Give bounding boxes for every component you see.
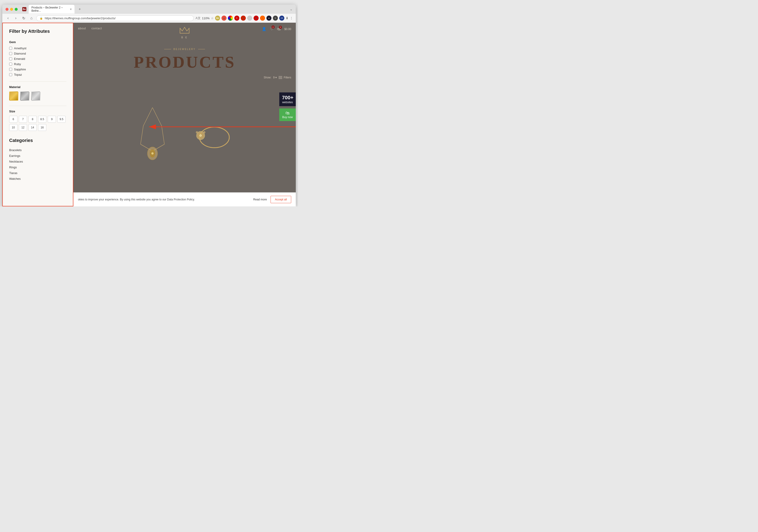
extension-btn-10[interactable]: ≡ bbox=[273, 16, 278, 20]
size-14[interactable]: 14 bbox=[28, 124, 37, 131]
logo-text: B E bbox=[179, 36, 190, 39]
amethyst-label: Amethyst bbox=[14, 47, 26, 50]
tab-title: Products – BeJeweler 2 – Bethe... bbox=[31, 6, 69, 12]
size-7[interactable]: 7 bbox=[19, 116, 27, 123]
extension-btn-5[interactable]: ● bbox=[241, 16, 246, 20]
filter-btn[interactable]: Filters bbox=[279, 76, 291, 79]
products-toolbar: Show: 9 ▾ Filters bbox=[73, 74, 296, 81]
sapphire-label: Sapphire bbox=[14, 68, 26, 71]
extension-btn-9[interactable]: ● bbox=[266, 16, 271, 20]
read-more-link[interactable]: Read more bbox=[253, 198, 267, 201]
hero-title: PRODUCTS bbox=[73, 53, 296, 72]
nav-contact[interactable]: contact bbox=[91, 27, 102, 30]
extension-btn-11[interactable]: 23 bbox=[279, 16, 284, 20]
maximize-button[interactable] bbox=[15, 8, 17, 11]
back-button[interactable]: ‹ bbox=[5, 15, 11, 21]
close-button[interactable] bbox=[6, 8, 9, 11]
material-section-title: Material bbox=[9, 85, 66, 89]
category-bracelets[interactable]: Bracelets bbox=[9, 147, 66, 153]
browser-titlebar: Be Products – BeJeweler 2 – Bethe... × +… bbox=[2, 5, 296, 14]
cookie-message: okies to improve your experience. By usi… bbox=[78, 198, 195, 201]
size-8-5[interactable]: 8.5 bbox=[38, 116, 46, 123]
menu-icon[interactable]: ⋮ bbox=[290, 16, 293, 20]
wishlist-icon[interactable]: ♡ 0 bbox=[270, 27, 273, 31]
traffic-lights bbox=[6, 8, 17, 11]
size-8[interactable]: 8 bbox=[28, 116, 37, 123]
logo-crown-icon bbox=[179, 26, 190, 36]
page-content: Filter by Attributes Gem Amethyst Diamon… bbox=[2, 23, 296, 206]
svg-line-6 bbox=[162, 126, 164, 144]
cart-icon[interactable]: 🛍 0 bbox=[277, 27, 281, 31]
products-images bbox=[73, 83, 296, 161]
extension-btn-1[interactable]: Be bbox=[215, 16, 220, 20]
topaz-label: Topaz bbox=[14, 73, 22, 76]
svg-point-11 bbox=[151, 152, 154, 155]
url-text: https://themes.muffingroup.com/be/jewele… bbox=[45, 17, 190, 20]
category-necklaces[interactable]: Necklaces bbox=[9, 159, 66, 164]
gem-ruby[interactable]: Ruby bbox=[9, 62, 66, 66]
necklace-product[interactable] bbox=[139, 108, 166, 161]
size-16[interactable]: 16 bbox=[38, 124, 46, 131]
accept-all-button[interactable]: Accept all bbox=[271, 196, 291, 203]
diamond-checkbox[interactable] bbox=[9, 52, 12, 55]
gem-topaz[interactable]: Topaz bbox=[9, 73, 66, 76]
extension-btn-6[interactable] bbox=[247, 16, 252, 20]
topaz-checkbox[interactable] bbox=[9, 73, 12, 76]
svg-point-17 bbox=[200, 135, 201, 136]
browser-actions: A文 110% ☆ Be ● ✕ ● ♥ ↑ ● ≡ 23 ⬇ ⋮ bbox=[195, 16, 293, 20]
zoom-level: 110% bbox=[202, 17, 210, 20]
size-10[interactable]: 10 bbox=[9, 124, 17, 131]
bracelet-product[interactable] bbox=[180, 119, 230, 154]
silver-swatch[interactable] bbox=[20, 91, 29, 101]
store-logo: B E bbox=[179, 26, 190, 39]
forward-button[interactable]: › bbox=[13, 15, 19, 21]
sapphire-checkbox[interactable] bbox=[9, 68, 12, 71]
sidebar-title: Filter by Attributes bbox=[9, 29, 66, 34]
size-section-title: Size bbox=[9, 110, 66, 113]
size-6[interactable]: 6 bbox=[9, 116, 17, 123]
category-earrings[interactable]: Earrings bbox=[9, 153, 66, 159]
tab-close-icon[interactable]: × bbox=[70, 7, 72, 11]
size-9[interactable]: 9 bbox=[48, 116, 56, 123]
categories-section: Categories Bracelets Earrings Necklaces … bbox=[9, 138, 66, 182]
cart-price: $0.00 bbox=[284, 27, 291, 31]
minimize-button[interactable] bbox=[10, 8, 13, 11]
category-watches[interactable]: Watches bbox=[9, 176, 66, 182]
ruby-checkbox[interactable] bbox=[9, 63, 12, 66]
buy-now-label: Buy now bbox=[282, 116, 293, 119]
extension-btn-4[interactable]: ✕ bbox=[234, 16, 239, 20]
divider-2 bbox=[9, 106, 66, 106]
size-9-5[interactable]: 9.5 bbox=[57, 116, 66, 123]
platinum-swatch[interactable] bbox=[31, 91, 40, 101]
gem-diamond[interactable]: Diamond bbox=[9, 52, 66, 55]
cookie-banner: okies to improve your experience. By usi… bbox=[73, 193, 296, 206]
emerald-checkbox[interactable] bbox=[9, 57, 12, 60]
gold-swatch[interactable] bbox=[9, 91, 18, 101]
browser-window: Be Products – BeJeweler 2 – Bethe... × +… bbox=[2, 5, 296, 206]
svg-point-19 bbox=[196, 131, 198, 133]
amethyst-checkbox[interactable] bbox=[9, 47, 12, 50]
extension-btn-3[interactable] bbox=[228, 16, 233, 20]
cart-badge: 0 bbox=[279, 26, 282, 29]
address-bar[interactable]: 🔒 https://themes.muffingroup.com/be/jewe… bbox=[36, 16, 194, 21]
gem-section-title: Gem bbox=[9, 40, 66, 44]
category-rings[interactable]: Rings bbox=[9, 164, 66, 170]
category-tiaras[interactable]: Tiaras bbox=[9, 170, 66, 176]
extension-btn-7[interactable]: ♥ bbox=[254, 16, 258, 20]
extension-btn-2[interactable]: ● bbox=[222, 16, 226, 20]
gem-emerald[interactable]: Emerald bbox=[9, 57, 66, 60]
home-button[interactable]: ⌂ bbox=[28, 15, 34, 21]
browser-tab[interactable]: Products – BeJeweler 2 – Bethe... × bbox=[29, 5, 75, 14]
gem-amethyst[interactable]: Amethyst bbox=[9, 47, 66, 50]
size-12[interactable]: 12 bbox=[19, 124, 27, 131]
bookmark-icon[interactable]: ☆ bbox=[211, 17, 214, 20]
download-icon[interactable]: ⬇ bbox=[286, 16, 289, 20]
new-tab-button[interactable]: + bbox=[79, 7, 81, 11]
buy-now-button[interactable]: 🛍 Buy now bbox=[279, 108, 296, 121]
nav-about[interactable]: about bbox=[78, 27, 86, 30]
extension-btn-8[interactable]: ↑ bbox=[260, 16, 265, 20]
translate-icon[interactable]: A文 bbox=[195, 16, 201, 20]
user-icon[interactable]: 👤 bbox=[262, 27, 266, 31]
reload-button[interactable]: ↻ bbox=[21, 15, 27, 21]
gem-sapphire[interactable]: Sapphire bbox=[9, 68, 66, 71]
